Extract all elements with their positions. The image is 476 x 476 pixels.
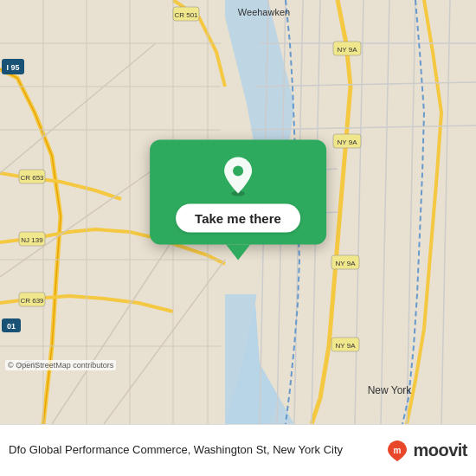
svg-text:New York: New York [368, 384, 413, 396]
location-pin-icon [220, 156, 256, 197]
svg-text:NY 9A: NY 9A [338, 46, 358, 54]
card-pointer [226, 245, 250, 261]
moovit-pin-icon: m [385, 439, 409, 463]
svg-text:NJ 139: NJ 139 [21, 236, 43, 244]
svg-text:CR 639: CR 639 [20, 297, 44, 305]
svg-text:01: 01 [7, 322, 16, 331]
svg-text:CR 501: CR 501 [174, 11, 198, 19]
svg-point-57 [233, 166, 243, 177]
svg-text:m: m [394, 446, 402, 455]
svg-text:CR 653: CR 653 [20, 174, 44, 182]
map-view: I 95 CR 501 CR 653 NJ 139 CR 639 NY 9A N… [0, 0, 476, 424]
svg-text:NY 9A: NY 9A [338, 138, 358, 146]
svg-text:Weehawken: Weehawken [238, 7, 290, 17]
moovit-brand-text: moovit [413, 441, 467, 460]
map-attribution: © OpenStreetMap contributors [5, 360, 116, 370]
take-me-there-button[interactable]: Take me there [176, 204, 300, 233]
svg-text:NY 9A: NY 9A [336, 260, 357, 267]
location-description: Dfo Global Performance Commerce, Washing… [9, 442, 376, 458]
svg-text:NY 9A: NY 9A [336, 342, 357, 350]
action-card: Take me there [150, 140, 326, 245]
location-card: Take me there [150, 140, 326, 261]
moovit-logo: m moovit [385, 439, 467, 463]
footer-bar: Dfo Global Performance Commerce, Washing… [0, 424, 476, 476]
svg-text:I 95: I 95 [6, 63, 19, 72]
